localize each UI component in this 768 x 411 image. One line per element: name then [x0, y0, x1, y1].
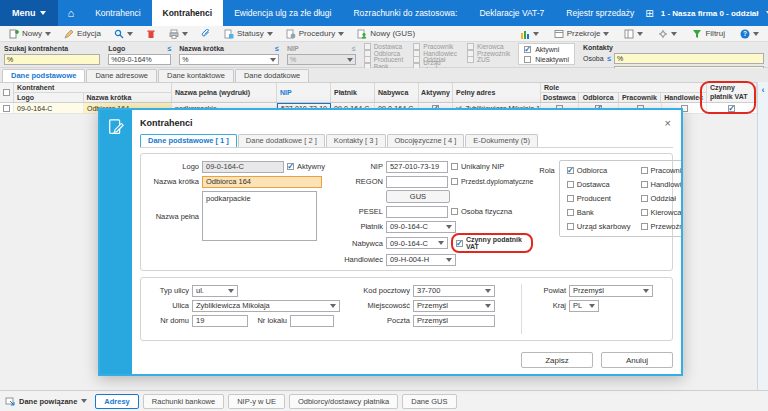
titlebar-tab-kontrahenci-1[interactable]: Kontrahenci [84, 0, 151, 26]
col-logo[interactable]: Logo [14, 93, 84, 102]
select-all-checkbox[interactable] [3, 89, 10, 96]
dlg-nr-lokalu-input[interactable] [290, 315, 334, 327]
attach-button[interactable] [196, 27, 216, 41]
menu-button[interactable]: Menu [0, 0, 58, 26]
col-nip[interactable]: NIP [277, 83, 331, 102]
help-button[interactable]: ? [735, 27, 764, 41]
cell-logo[interactable]: 09-0-164-C [14, 103, 84, 113]
przekroje-button[interactable]: Przekroje [549, 27, 615, 41]
home-icon[interactable]: ⌂ [58, 0, 85, 26]
nieaktywni-checkbox[interactable] [524, 56, 531, 63]
dialog-tab-obcojezyczne[interactable]: Obcojęzyczne [ 4 ] [387, 134, 465, 147]
dlg-handlowiec-select[interactable]: 09-H-004-H [386, 254, 456, 266]
col-odbiorca[interactable]: Odbiorca [579, 93, 619, 102]
edit-button[interactable]: Edycja [59, 27, 106, 41]
dlg-powiat-select[interactable]: Przemyśl [569, 285, 653, 297]
szukaj-input[interactable]: % [4, 54, 100, 65]
titlebar-tab-rozrachunki[interactable]: Rozrachunki do zastosowa: [342, 0, 468, 26]
logo-filter-input[interactable]: %09-0-164% [108, 54, 171, 65]
dane-powiazane-button[interactable]: Dane powiązane [5, 396, 91, 406]
dlg-nazwa-input[interactable]: Odbiorca 164 [202, 176, 322, 188]
dlg-kod-select[interactable]: 37-700 [413, 285, 495, 297]
czynny-vat-row-checkbox[interactable] [728, 105, 735, 112]
zus-checkbox[interactable] [467, 56, 474, 63]
dlg-poczta-input[interactable]: Przemyśl [413, 315, 495, 327]
dlg-pesel-input[interactable] [386, 206, 448, 218]
dlg-pelna-textarea[interactable]: podkarpackie [202, 191, 317, 241]
layout-button[interactable] [619, 27, 648, 41]
bottom-tab-odbiorcy[interactable]: Odbiorcy/dostawcy płatnika [289, 394, 398, 409]
save-button[interactable]: Zapisz [521, 352, 593, 368]
col-pracownik[interactable]: Pracownik [619, 93, 662, 102]
col-nazwa-krotka[interactable]: Nazwa krótka [84, 93, 171, 102]
dlg-aktywny-checkbox[interactable] [287, 163, 294, 170]
dlg-platnik-select[interactable]: 09-0-164-C [386, 221, 456, 233]
new-button[interactable]: Nowy [4, 27, 56, 41]
rola-kierowca-checkbox[interactable] [641, 209, 648, 216]
filtruj-button[interactable]: Filtruj [687, 27, 730, 41]
nowy-gus-button[interactable]: Nowy (GUS) [352, 27, 420, 41]
rola-oddzial-checkbox[interactable] [641, 195, 648, 202]
dlg-unikalny-checkbox[interactable] [451, 163, 458, 170]
dialog-tab-kontakty[interactable]: Kontakty [ 3 ] [326, 134, 386, 147]
dialog-tab-dodatkowe[interactable]: Dane dodatkowe [ 2 ] [238, 134, 325, 147]
dialog-close-icon[interactable]: × [663, 117, 673, 129]
tab-dane-adresowe[interactable]: Dane adresowe [86, 69, 157, 82]
tab-dane-dodatkowe[interactable]: Dane dodatkowe [235, 69, 309, 82]
settings-button[interactable] [653, 27, 682, 41]
statusy-button[interactable]: Statusy [219, 27, 278, 41]
dlg-przedst-checkbox[interactable] [451, 178, 458, 185]
delete-button[interactable] [141, 27, 161, 41]
col-nazwa-pelna[interactable]: Nazwa pełna (wydruki) [172, 83, 277, 102]
col-czynny-platnik-vat[interactable]: Czynny płatnik VAT [707, 83, 757, 102]
rola-dostawca-checkbox[interactable] [567, 181, 574, 188]
bottom-tab-rachunki[interactable]: Rachunki bankowe [143, 394, 224, 409]
dlg-regon-input[interactable] [386, 176, 448, 188]
col-aktywny[interactable]: Aktywny [419, 83, 453, 102]
cancel-button[interactable]: Anuluj [601, 352, 673, 368]
aktywni-checkbox[interactable] [524, 46, 531, 53]
lte-operator-icon[interactable]: ≤ [607, 55, 611, 62]
collapse-left-icon[interactable]: ‹ [762, 85, 765, 390]
tab-dane-kontaktowe[interactable]: Dane kontaktowe [158, 69, 234, 82]
preview-button[interactable] [109, 27, 138, 41]
bottom-tab-adresy[interactable]: Adresy [95, 394, 138, 409]
titlebar-tab-ewidencja[interactable]: Ewidencja ulg za złe długi [223, 0, 342, 26]
dlg-nr-domu-input[interactable]: 19 [192, 315, 248, 327]
rola-urzad-checkbox[interactable] [567, 223, 574, 230]
col-dostawca[interactable]: Dostawca [541, 93, 579, 102]
dlg-osoba-fiz-checkbox[interactable] [451, 208, 458, 215]
nazwa-filter-select[interactable]: % [179, 54, 279, 65]
select-all-header[interactable] [0, 83, 14, 102]
col-handlowiec[interactable]: Handlowiec [661, 93, 706, 102]
rola-pracownik-checkbox[interactable] [641, 167, 648, 174]
titlebar-tab-kontrahenci-2[interactable]: Kontrahenci [152, 0, 224, 26]
osoba-input[interactable]: % [614, 53, 764, 64]
row-select-checkbox[interactable] [3, 105, 10, 112]
titlebar-tab-rejestr[interactable]: Rejestr sprzedaży [555, 0, 645, 26]
rola-przewoznik-checkbox[interactable] [641, 223, 648, 230]
rola-bank-checkbox[interactable] [567, 209, 574, 216]
col-pelny-adres[interactable]: Pełny adres [453, 83, 541, 102]
rola-handlowiec-checkbox[interactable] [641, 181, 648, 188]
titlebar-tab-deklaracje[interactable]: Deklaracje VAT-7 [468, 0, 555, 26]
bottom-tab-dane-gus[interactable]: Dane GUS [402, 394, 456, 409]
bottom-tab-nipy[interactable]: NIP-y w UE [228, 394, 285, 409]
dlg-typ-ulicy-select[interactable]: ul. [192, 285, 238, 297]
dlg-miejscowosc-select[interactable]: Przemyśl [413, 300, 495, 312]
dlg-nabywca-select[interactable]: 09-0-164-C [386, 237, 448, 249]
dlg-logo-input[interactable]: 09-0-164-C [202, 161, 284, 173]
procedury-button[interactable]: Procedury [281, 27, 349, 41]
dlg-nip-input[interactable]: 527-010-73-19 [386, 161, 448, 173]
col-platnik[interactable]: Płatnik [331, 83, 375, 102]
company-selector[interactable]: 1 - Nasza firma 0 - oddział [661, 9, 759, 18]
chart-button[interactable] [515, 27, 544, 41]
dlg-kraj-select[interactable]: PL [569, 300, 599, 312]
grid-icon[interactable]: ⊞ [645, 8, 653, 19]
gus-button[interactable]: GUS [386, 190, 450, 203]
dlg-czynny-vat-checkbox[interactable] [456, 240, 463, 247]
col-nabywca[interactable]: Nabywca [375, 83, 419, 102]
rola-odbiorca-checkbox[interactable] [567, 167, 574, 174]
tab-dane-podstawowe[interactable]: Dane podstawowe [2, 69, 85, 82]
lte-operator-icon[interactable]: ≤ [167, 45, 171, 52]
